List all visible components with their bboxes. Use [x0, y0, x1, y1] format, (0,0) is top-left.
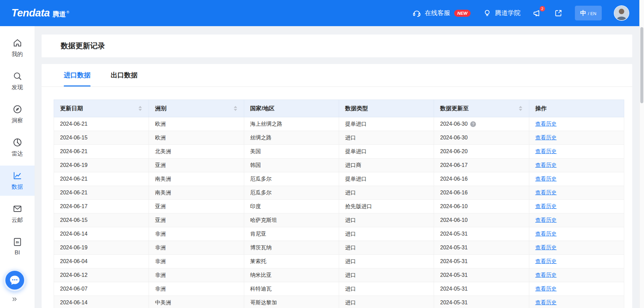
view-history-link[interactable]: 查看历史: [535, 217, 557, 223]
avatar[interactable]: [614, 5, 629, 21]
view-history-link[interactable]: 查看历史: [535, 286, 557, 292]
view-history-link[interactable]: 查看历史: [535, 272, 557, 278]
sidebar-item-cloudmail[interactable]: 云邮: [0, 199, 35, 229]
country-region-value: 丝绸之路: [250, 135, 272, 140]
cell-update-date: 2024-06-21: [54, 186, 149, 200]
cell-update-date: 2024-06-17: [54, 200, 149, 213]
sidebar-item-bi[interactable]: BI BI: [0, 232, 35, 261]
view-history-link[interactable]: 查看历史: [535, 300, 557, 305]
view-history-link[interactable]: 查看历史: [535, 258, 557, 264]
cell-update-date: 2024-06-15: [54, 131, 149, 145]
update-date-value: 2024-06-14: [60, 300, 88, 305]
help-icon[interactable]: ?: [470, 121, 476, 127]
data-type-value: 进口: [345, 231, 356, 237]
column-label: 国家/地区: [250, 105, 275, 112]
view-history-link[interactable]: 查看历史: [535, 231, 557, 237]
cell-updated-to: 2024-05-31?: [434, 241, 529, 255]
cell-continent: 非洲: [149, 268, 244, 282]
academy-label: 腾道学院: [495, 9, 521, 17]
continent-value: 南美洲: [155, 190, 171, 195]
column-header-updated-to[interactable]: 数据更新至: [434, 100, 529, 117]
cell-update-date: 2024-06-19: [54, 159, 149, 172]
sidebar-item-radar[interactable]: 雷达: [0, 132, 35, 163]
scrollbar-thumb[interactable]: [640, 27, 643, 103]
update-date-value: 2024-06-21: [60, 190, 88, 195]
vertical-scrollbar[interactable]: [639, 0, 644, 308]
sidebar-collapse-arrow[interactable]: »: [12, 294, 17, 304]
sidebar-item-insight[interactable]: 洞察: [0, 99, 35, 129]
column-label: 操作: [535, 105, 547, 112]
column-label: 更新日期: [60, 105, 83, 112]
sidebar-item-label: 云邮: [12, 216, 23, 224]
sidebar-item-label: BI: [14, 249, 20, 256]
view-history-link[interactable]: 查看历史: [535, 203, 557, 209]
sort-icon[interactable]: [233, 105, 238, 112]
language-toggle-button[interactable]: 中 / EN: [575, 6, 602, 20]
sort-icon[interactable]: [518, 105, 523, 112]
cell-update-date: 2024-06-21: [54, 172, 149, 186]
view-history-link[interactable]: 查看历史: [535, 190, 557, 195]
country-region-value: 肯尼亚: [250, 231, 266, 237]
view-history-link[interactable]: 查看历史: [535, 162, 557, 168]
table-row: 2024-06-19 非洲 博茨瓦纳 进口 2024-05-31? 查看历史: [54, 241, 624, 255]
tab-export-data[interactable]: 出口数据: [111, 64, 138, 86]
sidebar-item-discover[interactable]: 发现: [0, 66, 35, 96]
online-service-button[interactable]: 在线客服 NEW: [412, 9, 470, 18]
updated-to-value: 2024-06-30: [440, 135, 468, 140]
cell-action: 查看历史: [529, 172, 624, 186]
sort-icon[interactable]: [138, 105, 143, 112]
table-row: 2024-06-17 亚洲 印度 抢先版进口 2024-06-10? 查看历史: [54, 200, 624, 213]
table-row: 2024-06-14 非洲 肯尼亚 进口 2024-05-31? 查看历史: [54, 227, 624, 241]
column-header-country-region: 国家/地区: [244, 100, 339, 117]
sidebar-item-my[interactable]: 我的: [0, 33, 35, 63]
academy-button[interactable]: 腾道学院: [483, 9, 521, 18]
cell-continent: 非洲: [149, 241, 244, 255]
updated-to-value: 2024-05-31: [440, 245, 468, 250]
cell-continent: 南美洲: [149, 186, 244, 200]
view-history-link[interactable]: 查看历史: [535, 245, 557, 250]
notification-count-badge: 2: [540, 6, 545, 11]
cell-continent: 北美洲: [149, 145, 244, 159]
table-row: 2024-06-21 南美洲 厄瓜多尔 提单进口 2024-06-16? 查看历…: [54, 172, 624, 186]
avatar-image: [614, 6, 629, 20]
column-header-update-date[interactable]: 更新日期: [54, 100, 149, 117]
expand-button[interactable]: [554, 9, 563, 18]
country-region-value: 哥斯达黎加: [250, 300, 277, 305]
updated-to-value: 2024-05-31: [440, 286, 468, 292]
chat-fab-button[interactable]: [4, 269, 26, 291]
tendata-logo[interactable]: Tendata 腾道 ®: [11, 7, 69, 19]
view-history-link[interactable]: 查看历史: [535, 148, 557, 154]
cell-updated-to: 2024-05-31?: [434, 296, 529, 308]
update-date-value: 2024-06-07: [60, 286, 88, 292]
cell-update-date: 2024-06-21: [54, 117, 149, 131]
cell-updated-to: 2024-06-16?: [434, 186, 529, 200]
sidebar: 我的 发现 洞察 雷达 数据 云: [0, 26, 35, 308]
cell-action: 查看历史: [529, 255, 624, 268]
cell-country-region: 哥斯达黎加: [244, 296, 339, 308]
updated-to-value: 2024-05-31: [440, 231, 468, 237]
update-date-value: 2024-06-17: [60, 203, 88, 209]
table-row: 2024-06-04 非洲 莱索托 进口 2024-05-31? 查看历史: [54, 255, 624, 268]
page-title: 数据更新记录: [61, 41, 105, 51]
main-content: 数据更新记录 进口数据 出口数据 更新日期: [35, 26, 639, 308]
view-history-link[interactable]: 查看历史: [535, 121, 557, 127]
column-header-continent[interactable]: 洲别: [149, 100, 244, 117]
cell-continent: 亚洲: [149, 213, 244, 227]
sidebar-item-data[interactable]: 数据: [0, 166, 35, 196]
cell-country-region: 厄瓜多尔: [244, 172, 339, 186]
country-region-value: 印度: [250, 203, 261, 209]
announcement-button[interactable]: 2: [533, 9, 542, 18]
cell-update-date: 2024-06-19: [54, 241, 149, 255]
cell-update-date: 2024-06-04: [54, 255, 149, 268]
country-region-value: 厄瓜多尔: [250, 190, 272, 195]
view-history-link[interactable]: 查看历史: [535, 176, 557, 182]
continent-value: 非洲: [155, 245, 166, 250]
cell-data-type: 进口: [339, 227, 434, 241]
cell-continent: 非洲: [149, 227, 244, 241]
view-history-link[interactable]: 查看历史: [535, 135, 557, 140]
continent-value: 中美洲: [155, 300, 171, 305]
tab-import-data[interactable]: 进口数据: [64, 64, 91, 86]
update-records-table: 更新日期 洲别 国家/地区: [54, 100, 624, 308]
cell-country-region: 丝绸之路: [244, 131, 339, 145]
continent-value: 欧洲: [155, 135, 166, 140]
